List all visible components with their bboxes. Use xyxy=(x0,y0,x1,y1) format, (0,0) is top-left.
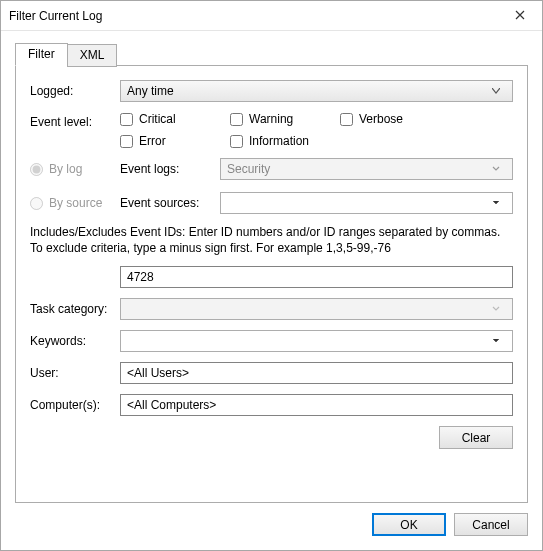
event-id-description: Includes/Excludes Event IDs: Enter ID nu… xyxy=(30,224,513,256)
event-sources-dropdown[interactable] xyxy=(220,192,513,214)
radio-by-log-label: By log xyxy=(49,162,82,176)
chk-warning-box[interactable] xyxy=(230,113,243,126)
label-taskcategory: Task category: xyxy=(30,302,120,316)
chk-information-box[interactable] xyxy=(230,135,243,148)
client-area: Filter XML Logged: Any time Event level: xyxy=(1,31,542,550)
close-button[interactable] xyxy=(497,1,542,30)
titlebar: Filter Current Log xyxy=(1,1,542,31)
logged-dropdown[interactable]: Any time xyxy=(120,80,513,102)
chk-warning-label: Warning xyxy=(249,112,293,126)
chk-error[interactable]: Error xyxy=(120,134,208,148)
tabstrip: Filter XML xyxy=(15,43,528,66)
tab-filter[interactable]: Filter xyxy=(15,43,68,66)
chk-verbose[interactable]: Verbose xyxy=(340,112,428,126)
radio-by-source-label: By source xyxy=(49,196,102,210)
tab-xml[interactable]: XML xyxy=(67,44,118,67)
clear-button[interactable]: Clear xyxy=(439,426,513,449)
chevron-down-icon xyxy=(492,306,508,312)
event-logs-dropdown: Security xyxy=(220,158,513,180)
ok-button[interactable]: OK xyxy=(372,513,446,536)
label-eventlogs: Event logs: xyxy=(120,162,220,176)
label-keywords: Keywords: xyxy=(30,334,120,348)
chevron-down-icon xyxy=(492,200,508,206)
label-eventsources: Event sources: xyxy=(120,196,220,210)
chk-critical-box[interactable] xyxy=(120,113,133,126)
logged-value: Any time xyxy=(127,84,174,98)
chk-error-box[interactable] xyxy=(120,135,133,148)
label-logged: Logged: xyxy=(30,84,120,98)
chk-information-label: Information xyxy=(249,134,309,148)
keywords-dropdown[interactable] xyxy=(120,330,513,352)
label-user: User: xyxy=(30,366,120,380)
computers-input[interactable] xyxy=(120,394,513,416)
close-icon xyxy=(515,9,525,23)
chk-critical[interactable]: Critical xyxy=(120,112,208,126)
label-eventlevel: Event level: xyxy=(30,112,120,129)
chevron-down-icon xyxy=(492,88,508,94)
dialog-window: Filter Current Log Filter XML Logged: An… xyxy=(0,0,543,551)
cancel-button[interactable]: Cancel xyxy=(454,513,528,536)
radio-by-log-input xyxy=(30,163,43,176)
task-category-dropdown xyxy=(120,298,513,320)
chk-verbose-label: Verbose xyxy=(359,112,403,126)
event-logs-value: Security xyxy=(227,162,270,176)
chk-warning[interactable]: Warning xyxy=(230,112,318,126)
radio-by-log: By log xyxy=(30,162,120,176)
event-ids-input[interactable] xyxy=(120,266,513,288)
chevron-down-icon xyxy=(492,338,508,344)
chk-error-label: Error xyxy=(139,134,166,148)
radio-by-source-input xyxy=(30,197,43,210)
radio-by-source: By source xyxy=(30,196,120,210)
chk-critical-label: Critical xyxy=(139,112,176,126)
event-level-group: Critical Warning Verbose Error xyxy=(120,112,513,148)
label-computers: Computer(s): xyxy=(30,398,120,412)
chevron-down-icon xyxy=(492,166,508,172)
window-title: Filter Current Log xyxy=(9,9,497,23)
user-input[interactable] xyxy=(120,362,513,384)
tab-panel-filter: Logged: Any time Event level: xyxy=(15,65,528,503)
dialog-footer: OK Cancel xyxy=(15,503,528,536)
chk-information[interactable]: Information xyxy=(230,134,340,148)
chk-verbose-box[interactable] xyxy=(340,113,353,126)
